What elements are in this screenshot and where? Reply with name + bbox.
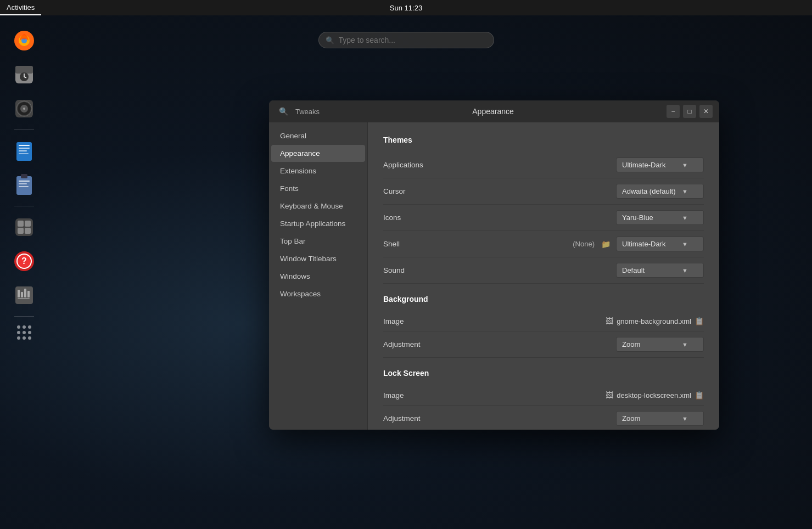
- shell-dropdown-value: Ultimate-Dark: [622, 240, 665, 248]
- svg-rect-18: [16, 176, 32, 195]
- ls-adjustment-value: Zoom ▼: [616, 411, 704, 426]
- dock-separator: [14, 130, 34, 130]
- bg-image-copy-icon[interactable]: 📋: [695, 317, 704, 325]
- dock-item-notes[interactable]: [10, 171, 38, 199]
- applications-value: Ultimate-Dark ▼: [616, 157, 704, 172]
- shell-value: (None) 📁 Ultimate-Dark ▼: [573, 237, 704, 251]
- sidebar-item-keyboard-mouse[interactable]: Keyboard & Mouse: [271, 198, 365, 215]
- applications-dropdown-arrow: ▼: [682, 162, 688, 168]
- content-area: Themes Applications Ultimate-Dark ▼ Curs…: [368, 122, 719, 430]
- bg-image-label: Image: [383, 317, 606, 325]
- tweaks-window: 🔍 Tweaks Appearance − □ ✕ General Appear…: [269, 100, 719, 430]
- cursor-dropdown-value: Adwaita (default): [622, 187, 676, 195]
- svg-rect-25: [25, 221, 31, 227]
- sound-dropdown-value: Default: [622, 266, 645, 274]
- sidebar-item-windows[interactable]: Windows: [271, 268, 365, 285]
- shell-dropdown[interactable]: Ultimate-Dark ▼: [616, 237, 704, 251]
- applications-row: Applications Ultimate-Dark ▼: [383, 152, 704, 178]
- dock-item-tools[interactable]: [10, 281, 38, 309]
- svg-rect-4: [15, 66, 33, 74]
- bg-adjustment-dropdown-arrow: ▼: [682, 341, 688, 348]
- svg-rect-14: [19, 145, 30, 146]
- activities-button[interactable]: Activities: [0, 0, 41, 15]
- bg-image-filename: gnome-background.xml: [617, 317, 691, 325]
- icons-row: Icons Yaru-Blue ▼: [383, 205, 704, 231]
- window-controls: − □ ✕: [667, 105, 713, 118]
- sidebar-item-general[interactable]: General: [271, 127, 365, 144]
- shell-row: Shell (None) 📁 Ultimate-Dark ▼: [383, 231, 704, 257]
- svg-rect-19: [21, 174, 27, 178]
- svg-rect-35: [24, 289, 26, 297]
- sidebar-item-extensions[interactable]: Extensions: [271, 162, 365, 179]
- maximize-button[interactable]: □: [683, 105, 696, 118]
- bg-image-value: 🖼 gnome-background.xml 📋: [606, 317, 704, 325]
- sidebar-item-workspaces[interactable]: Workspaces: [271, 285, 365, 302]
- dock-item-help[interactable]: ?: [10, 247, 38, 275]
- top-bar: Activities Sun 11:23: [0, 0, 812, 15]
- svg-rect-16: [19, 150, 27, 151]
- icons-label: Icons: [383, 213, 616, 222]
- sound-dropdown[interactable]: Default ▼: [616, 263, 704, 278]
- ls-adjustment-dropdown-arrow: ▼: [682, 415, 688, 422]
- dock-item-firefox[interactable]: [10, 26, 38, 55]
- sidebar-item-top-bar[interactable]: Top Bar: [271, 233, 365, 250]
- svg-rect-20: [19, 181, 30, 182]
- shell-folder-icon[interactable]: 📁: [601, 240, 611, 249]
- dock-item-audio[interactable]: [10, 94, 38, 123]
- sidebar-item-appearance[interactable]: Appearance: [271, 145, 365, 162]
- dock-separator-3: [14, 316, 34, 317]
- svg-rect-21: [19, 183, 27, 184]
- sound-label: Sound: [383, 266, 616, 274]
- search-container: 🔍: [318, 32, 494, 48]
- cursor-dropdown-arrow: ▼: [682, 188, 688, 195]
- dock: ?: [0, 15, 48, 518]
- svg-rect-27: [25, 228, 31, 234]
- applications-dropdown-value: Ultimate-Dark: [622, 161, 665, 169]
- svg-rect-34: [21, 292, 23, 297]
- bg-image-file-icon: 🖼: [606, 317, 613, 325]
- sidebar: General Appearance Extensions Fonts Keyb…: [269, 122, 368, 430]
- ls-adjustment-row: Adjustment Zoom ▼: [383, 406, 704, 430]
- sound-value: Default ▼: [616, 263, 704, 278]
- ls-adjustment-dropdown-value: Zoom: [622, 414, 640, 423]
- clock-display: Sun 11:23: [390, 4, 422, 12]
- svg-rect-33: [18, 290, 20, 297]
- minimize-button[interactable]: −: [667, 105, 680, 118]
- search-bar[interactable]: 🔍: [318, 32, 494, 48]
- cursor-dropdown[interactable]: Adwaita (default) ▼: [616, 184, 704, 199]
- apps-grid[interactable]: [17, 325, 31, 340]
- dock-item-writer[interactable]: [10, 137, 38, 165]
- dock-item-software[interactable]: [10, 213, 38, 241]
- svg-rect-22: [19, 186, 29, 187]
- lock-screen-section-title: Lock Screen: [383, 369, 704, 378]
- window-body: General Appearance Extensions Fonts Keyb…: [269, 122, 719, 430]
- icons-dropdown-arrow: ▼: [682, 215, 688, 221]
- bg-adjustment-value: Zoom ▼: [616, 337, 704, 352]
- shell-dropdown-arrow: ▼: [682, 241, 688, 247]
- dock-item-clock[interactable]: [10, 60, 38, 89]
- ls-image-row: Image 🖼 desktop-lockscreen.xml 📋: [383, 385, 704, 406]
- search-input[interactable]: [339, 36, 485, 44]
- window-app-name: Tweaks: [295, 108, 320, 116]
- bg-adjustment-dropdown-value: Zoom: [622, 340, 640, 348]
- ls-image-label: Image: [383, 391, 606, 399]
- ls-image-copy-icon[interactable]: 📋: [695, 391, 704, 399]
- ls-image-file-icon: 🖼: [606, 391, 613, 399]
- svg-rect-36: [27, 291, 30, 297]
- applications-dropdown[interactable]: Ultimate-Dark ▼: [616, 157, 704, 172]
- dock-separator-2: [14, 206, 34, 206]
- sidebar-item-window-titlebars[interactable]: Window Titlebars: [271, 250, 365, 267]
- window-title: Appearance: [320, 107, 667, 116]
- close-button[interactable]: ✕: [699, 105, 713, 118]
- svg-text:?: ?: [21, 256, 27, 266]
- window-titlebar: 🔍 Tweaks Appearance − □ ✕: [269, 100, 719, 122]
- ls-adjustment-dropdown[interactable]: Zoom ▼: [616, 411, 704, 426]
- sidebar-item-startup-applications[interactable]: Startup Applications: [271, 215, 365, 232]
- icons-dropdown[interactable]: Yaru-Blue ▼: [616, 210, 704, 225]
- window-search-button[interactable]: 🔍: [276, 104, 291, 119]
- svg-point-11: [23, 108, 25, 110]
- bg-adjustment-dropdown[interactable]: Zoom ▼: [616, 337, 704, 352]
- sidebar-item-fonts[interactable]: Fonts: [271, 180, 365, 197]
- svg-rect-15: [19, 148, 30, 149]
- search-icon: 🔍: [326, 36, 334, 44]
